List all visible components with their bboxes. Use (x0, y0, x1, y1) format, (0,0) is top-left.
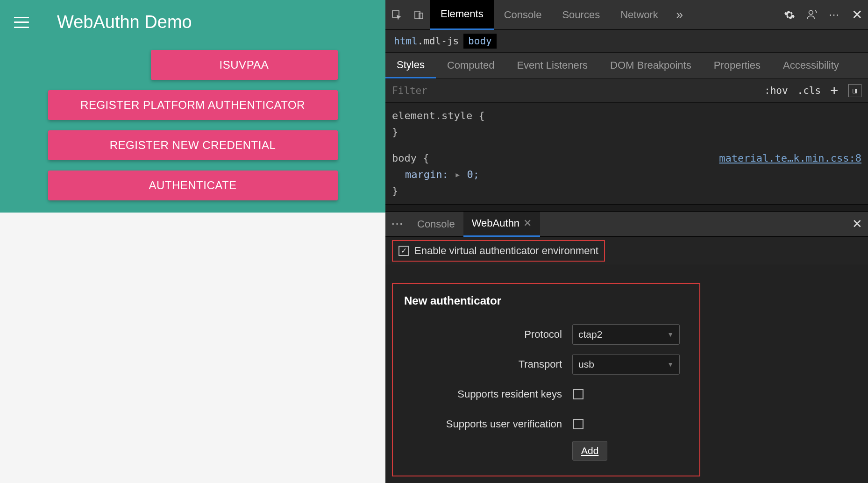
rule-element-style[interactable]: element.style { } (385, 103, 868, 145)
transport-row: Transport usb ▼ (404, 351, 688, 377)
enable-virtual-auth-label: Enable virtual authenticator environment (414, 245, 598, 257)
chevron-down-icon: ▼ (667, 361, 674, 368)
subtab-accessibility[interactable]: Accessibility (772, 52, 850, 78)
isuvpaa-button[interactable]: ISUVPAA (151, 50, 338, 80)
authenticate-button[interactable]: AUTHENTICATE (48, 170, 338, 200)
transport-label: Transport (404, 358, 572, 370)
app-titlebar: WebAuthn Demo (0, 0, 385, 42)
button-stack: ISUVPAA REGISTER PLATFORM AUTHENTICATOR … (0, 50, 385, 211)
menu-icon[interactable] (14, 17, 29, 28)
transport-value: usb (578, 359, 594, 370)
user-verification-label: Supports user verification (404, 418, 572, 430)
new-style-rule-icon[interactable]: + (830, 83, 838, 98)
app-header: WebAuthn Demo ISUVPAA REGISTER PLATFORM … (0, 0, 385, 213)
protocol-select[interactable]: ctap2 ▼ (572, 324, 680, 345)
protocol-value: ctap2 (578, 329, 602, 340)
protocol-row: Protocol ctap2 ▼ (404, 321, 688, 348)
user-verification-row: Supports user verification (404, 411, 688, 437)
svg-point-3 (809, 10, 813, 14)
protocol-label: Protocol (404, 328, 572, 341)
drawer-tab-console[interactable]: Console (409, 212, 463, 237)
enable-virtual-auth-highlight: ✓ Enable virtual authenticator environme… (392, 240, 605, 262)
settings-gear-icon[interactable] (778, 4, 801, 26)
feedback-icon[interactable] (801, 4, 823, 26)
subtab-event-listeners[interactable]: Event Listeners (505, 52, 599, 78)
webauthn-demo-pane: WebAuthn Demo ISUVPAA REGISTER PLATFORM … (0, 0, 385, 483)
breadcrumb-html[interactable]: html.mdl-js (394, 36, 459, 47)
drawer-menu-icon[interactable]: ⋯ (385, 217, 409, 231)
add-authenticator-button[interactable]: Add (572, 441, 607, 461)
subtab-dom-breakpoints[interactable]: DOM Breakpoints (599, 52, 703, 78)
subtab-styles[interactable]: Styles (385, 52, 436, 78)
inspect-element-icon[interactable] (385, 4, 408, 26)
dom-breadcrumb: html.mdl-js body (385, 30, 868, 53)
tab-console[interactable]: Console (494, 0, 552, 30)
styles-filter-row: :hov .cls + ◨ (385, 79, 868, 103)
tab-elements[interactable]: Elements (430, 0, 494, 30)
styles-subtabs: Styles Computed Event Listeners DOM Brea… (385, 53, 868, 79)
rule-body[interactable]: material.te…k.min.css:8 body { margin: ▸… (385, 145, 868, 205)
register-new-credential-button[interactable]: REGISTER NEW CREDENTIAL (48, 130, 338, 160)
subtab-properties[interactable]: Properties (703, 52, 772, 78)
subtab-computed[interactable]: Computed (436, 52, 506, 78)
tab-network[interactable]: Network (610, 0, 669, 30)
webauthn-panel: New authenticator Protocol ctap2 ▼ Trans… (385, 264, 868, 483)
drawer-tab-webauthn[interactable]: WebAuthn ✕ (463, 212, 540, 237)
kebab-menu-icon[interactable]: ⋯ (823, 4, 846, 26)
resident-keys-label: Supports resident keys (404, 388, 572, 400)
device-toolbar-icon[interactable] (408, 4, 430, 26)
drawer-tabbar: ⋯ Console WebAuthn ✕ ✕ (385, 212, 868, 237)
styles-filter-input[interactable] (392, 85, 760, 96)
chevron-down-icon: ▼ (667, 331, 674, 338)
toggle-cls[interactable]: .cls (797, 85, 821, 96)
resident-keys-row: Supports resident keys (404, 381, 688, 407)
resident-keys-checkbox[interactable] (573, 389, 583, 399)
transport-select[interactable]: usb ▼ (572, 354, 680, 375)
more-tabs-icon[interactable]: » (669, 4, 691, 26)
close-devtools-icon[interactable]: ✕ (846, 4, 868, 26)
enable-virtual-auth-row: ✓ Enable virtual authenticator environme… (385, 237, 868, 264)
panel-divider[interactable] (385, 205, 868, 212)
new-authenticator-card: New authenticator Protocol ctap2 ▼ Trans… (392, 283, 700, 476)
close-drawer-icon[interactable]: ✕ (847, 217, 868, 231)
close-tab-icon[interactable]: ✕ (523, 217, 532, 229)
devtools-pane: Elements Console Sources Network » ⋯ ✕ h… (385, 0, 868, 483)
new-authenticator-heading: New authenticator (404, 294, 688, 307)
tab-sources[interactable]: Sources (552, 0, 610, 30)
breadcrumb-body[interactable]: body (463, 34, 497, 49)
css-rules: element.style { } material.te…k.min.css:… (385, 103, 868, 205)
devtools-topbar: Elements Console Sources Network » ⋯ ✕ (385, 0, 868, 30)
register-platform-authenticator-button[interactable]: REGISTER PLATFORM AUTHENTICATOR (48, 90, 338, 120)
enable-virtual-auth-checkbox[interactable]: ✓ (398, 246, 409, 256)
add-button-row: Add (404, 441, 688, 461)
toggle-hov[interactable]: :hov (764, 85, 788, 96)
stylesheet-source-link[interactable]: material.te…k.min.css:8 (719, 150, 861, 166)
toggle-sidebar-icon[interactable]: ◨ (848, 84, 861, 97)
app-title: WebAuthn Demo (57, 12, 192, 32)
drawer-tab-webauthn-label: WebAuthn (472, 217, 519, 229)
user-verification-checkbox[interactable] (573, 419, 583, 429)
